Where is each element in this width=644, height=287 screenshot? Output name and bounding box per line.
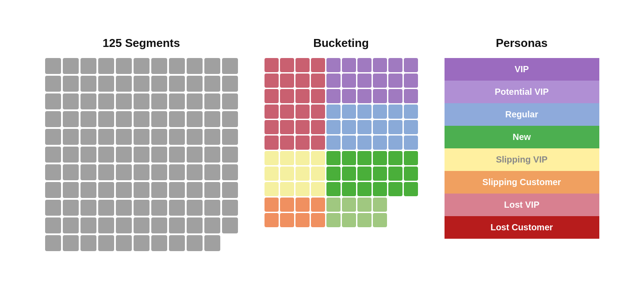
bucketing-cell (295, 120, 310, 134)
segment-cell (98, 111, 114, 127)
segment-cell (204, 111, 220, 127)
main-container: 125 Segments Bucketing Personas VIPPoten… (27, 23, 617, 264)
segment-cell (80, 76, 96, 92)
persona-bar-regular: Regular (445, 103, 599, 126)
bucketing-cell (280, 182, 294, 196)
segment-cell (222, 129, 238, 145)
bucketing-cell (264, 213, 279, 227)
bucketing-cell (357, 89, 372, 103)
bucketing-cell (326, 151, 341, 165)
bucketing-cell (342, 120, 356, 134)
segment-cell (98, 182, 114, 198)
segment-cell (222, 76, 238, 92)
personas-title: Personas (496, 36, 548, 50)
segment-cell (98, 58, 114, 74)
segment-cell (204, 200, 220, 216)
segment-cell (151, 235, 167, 251)
bucketing-cell (264, 74, 279, 88)
segment-cell (45, 200, 61, 216)
bucketing-cell (326, 136, 341, 150)
bucketing-cell (404, 167, 418, 181)
segment-cell (45, 147, 61, 163)
bucketing-cell (311, 198, 325, 212)
segment-cell (134, 182, 150, 198)
bucketing-cell (404, 136, 418, 150)
segment-cell (204, 235, 220, 251)
bucketing-cell (373, 58, 387, 72)
bucketing-cell (342, 167, 356, 181)
segment-cell (151, 182, 167, 198)
bucketing-cell (342, 136, 356, 150)
bucketing-cell (342, 105, 356, 119)
segments-section: 125 Segments (45, 36, 238, 251)
segment-cell (169, 200, 185, 216)
segment-cell (169, 129, 185, 145)
bucketing-cell (388, 151, 402, 165)
bucketing-cell (295, 74, 310, 88)
segment-cell (151, 147, 167, 163)
segment-cell (45, 58, 61, 74)
persona-bar-slipping-customer: Slipping Customer (445, 171, 599, 194)
bucketing-cell (388, 120, 402, 134)
segment-cell (169, 217, 185, 233)
bucketing-cell (326, 89, 341, 103)
segment-cell (222, 217, 238, 233)
segment-cell (116, 164, 132, 180)
bucketing-cell (264, 182, 279, 196)
personas-container: VIPPotential VIPRegularNewSlipping VIPSl… (445, 58, 599, 239)
bucketing-cell (342, 58, 356, 72)
segment-cell (151, 76, 167, 92)
segment-cell (169, 182, 185, 198)
segment-cell (98, 93, 114, 109)
bucketing-cell (311, 74, 325, 88)
segment-cell (134, 76, 150, 92)
persona-bar-new: New (445, 126, 599, 148)
segment-cell (187, 235, 203, 251)
segment-cell (45, 217, 61, 233)
bucketing-cell (295, 136, 310, 150)
segment-cell (169, 147, 185, 163)
segment-cell (204, 76, 220, 92)
bucketing-cell (373, 105, 387, 119)
bucketing-cell (342, 182, 356, 196)
segment-cell (187, 217, 203, 233)
segment-cell (222, 164, 238, 180)
bucketing-cell (388, 105, 402, 119)
bucketing-cell (264, 89, 279, 103)
segment-cell (80, 182, 96, 198)
bucketing-cell (342, 151, 356, 165)
segment-cell (116, 76, 132, 92)
segment-cell (169, 93, 185, 109)
bucketing-cell (357, 198, 372, 212)
bucketing-cell (280, 151, 294, 165)
bucketing-cell (311, 151, 325, 165)
segment-cell (187, 93, 203, 109)
bucketing-title: Bucketing (313, 36, 369, 50)
bucketing-cell (404, 120, 418, 134)
segment-cell (45, 111, 61, 127)
persona-bar-lost-vip: Lost VIP (445, 194, 599, 216)
segments-title: 125 Segments (103, 36, 180, 50)
segment-cell (98, 76, 114, 92)
bucketing-cell (373, 136, 387, 150)
bucketing-cell (404, 89, 418, 103)
bucketing-grid (264, 58, 418, 227)
bucketing-cell (373, 151, 387, 165)
bucketing-cell (357, 167, 372, 181)
segment-cell (187, 111, 203, 127)
segment-cell (45, 182, 61, 198)
segment-cell (204, 217, 220, 233)
bucketing-cell (342, 198, 356, 212)
bucketing-cell (404, 58, 418, 72)
segment-cell (134, 129, 150, 145)
segment-cell (80, 93, 96, 109)
segment-cell (169, 164, 185, 180)
segment-cell (134, 200, 150, 216)
segment-cell (80, 200, 96, 216)
segment-cell (204, 182, 220, 198)
segment-cell (98, 200, 114, 216)
segment-cell (98, 147, 114, 163)
bucketing-cell (295, 105, 310, 119)
segment-cell (134, 111, 150, 127)
segment-cell (187, 147, 203, 163)
